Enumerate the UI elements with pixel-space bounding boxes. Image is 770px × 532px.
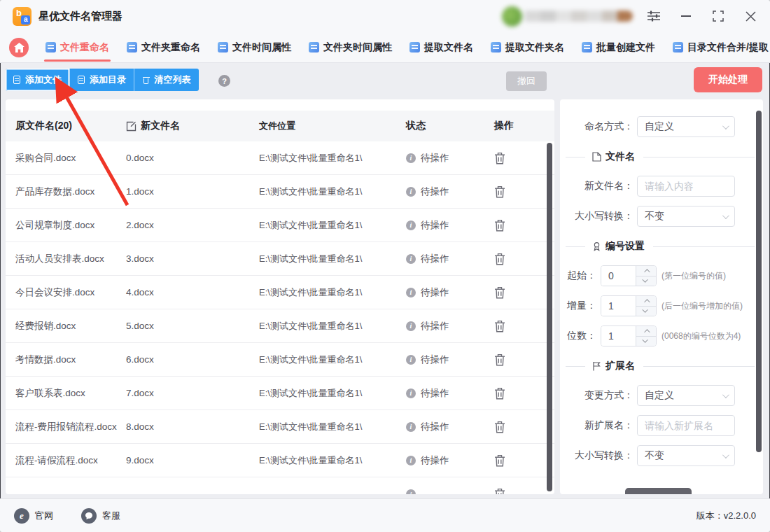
original-filename: 客户联系表.docx <box>6 387 126 400</box>
maximize-button[interactable] <box>711 9 725 23</box>
info-icon <box>406 456 416 465</box>
ext-case-select[interactable]: 不变 <box>637 445 735 466</box>
increment-spinner <box>601 295 657 316</box>
new-extension-input[interactable] <box>637 415 735 436</box>
tab-item[interactable]: 提取文件夹名 <box>491 41 564 54</box>
start-number-input[interactable] <box>601 266 636 286</box>
delete-row-button[interactable] <box>494 488 505 494</box>
tab-item[interactable]: 文件夹时间属性 <box>309 41 392 54</box>
tab-item[interactable]: 批量创建文件 <box>582 41 655 54</box>
tab-item[interactable]: 目录文件合并/提取 <box>673 41 769 54</box>
minimize-button[interactable] <box>679 9 693 23</box>
status-text: 待操作 <box>421 387 449 400</box>
header-new-name: 新文件名 <box>126 120 259 132</box>
spin-down-button[interactable] <box>636 336 656 346</box>
start-processing-button[interactable]: 开始处理 <box>694 67 762 92</box>
help-button[interactable] <box>218 75 230 87</box>
support-link[interactable]: 客服 <box>81 508 120 524</box>
chevron-down-icon <box>722 451 729 458</box>
digits-label: 位数： <box>560 330 596 342</box>
status-text: 待操作 <box>421 152 449 164</box>
status-cell: 待操作 <box>406 152 487 164</box>
file-location: E:\测试文件\批量重命名1\ <box>259 320 406 332</box>
delete-row-button[interactable] <box>494 387 505 400</box>
table-row: 公司规章制度.docx 2.docx E:\测试文件\批量重命名1\ 待操作 <box>6 209 554 242</box>
tab-icon <box>218 42 228 52</box>
tab-icon <box>582 42 592 52</box>
add-file-button[interactable]: 添加文件 <box>6 69 70 91</box>
delete-row-button[interactable] <box>494 421 505 433</box>
trash-icon <box>494 219 505 232</box>
tab-label: 文件时间属性 <box>232 41 291 54</box>
table-row: 采购合同.docx 0.docx E:\测试文件\批量重命名1\ 待操作 <box>6 141 554 175</box>
chevron-down-icon <box>722 391 729 398</box>
footer-bar: 官网 客服 版本：v2.2.0.0 <box>0 498 770 532</box>
tab-label: 提取文件名 <box>424 41 473 54</box>
app-logo-icon <box>13 7 31 26</box>
settings-sliders-icon[interactable] <box>647 9 661 23</box>
delete-row-button[interactable] <box>494 186 505 198</box>
trash-icon <box>494 152 505 164</box>
increment-input[interactable] <box>601 296 636 316</box>
delete-row-button[interactable] <box>494 286 505 299</box>
table-row: 流程-费用报销流程.docx 8.docx E:\测试文件\批量重命名1\ 待操… <box>6 410 554 444</box>
increment-hint: (后一位编号增加的值) <box>662 300 743 312</box>
extension-section-header: 扩展名 <box>560 360 763 372</box>
trash-icon <box>494 421 505 433</box>
status-cell: 待操作 <box>406 354 487 366</box>
trash-icon <box>494 320 505 332</box>
close-button[interactable] <box>743 9 757 23</box>
trash-icon <box>494 387 505 400</box>
spin-up-button[interactable] <box>636 296 656 306</box>
naming-mode-select[interactable]: 自定义 <box>637 116 735 137</box>
delete-row-button[interactable] <box>494 454 505 467</box>
delete-row-button[interactable] <box>494 320 505 332</box>
spin-up-button[interactable] <box>636 326 656 336</box>
avatar <box>502 6 522 27</box>
info-icon <box>406 288 416 298</box>
tab-icon <box>491 42 501 52</box>
spin-down-button[interactable] <box>636 276 656 286</box>
spin-down-button[interactable] <box>636 306 656 316</box>
user-account[interactable] <box>502 6 633 27</box>
new-filename: 6.docx <box>126 354 259 365</box>
delete-row-button[interactable] <box>494 253 505 265</box>
tab-item[interactable]: 文件重命名 <box>46 41 109 54</box>
tab-label: 目录文件合并/提取 <box>687 41 769 54</box>
sidebar-scrollbar[interactable] <box>756 111 762 452</box>
info-icon <box>406 153 416 163</box>
ext-mode-select[interactable]: 自定义 <box>637 385 735 406</box>
case-convert-select[interactable]: 不变 <box>637 206 735 227</box>
delete-row-button[interactable] <box>494 152 505 164</box>
delete-row-button[interactable] <box>494 354 505 366</box>
new-filename: 0.docx <box>126 153 259 163</box>
spin-up-button[interactable] <box>636 266 656 276</box>
table-scrollbar[interactable] <box>547 143 552 491</box>
website-link[interactable]: 官网 <box>14 508 53 524</box>
numbering-section-title: 编号设置 <box>606 240 645 253</box>
header-actions: 操作 <box>487 120 554 132</box>
trash-icon <box>494 454 505 467</box>
file-location: E:\测试文件\批量重命名1\ <box>259 387 406 400</box>
add-directory-button[interactable]: 添加目录 <box>70 69 134 91</box>
undo-button[interactable]: 撤回 <box>506 71 547 91</box>
new-filename-input[interactable] <box>637 176 735 197</box>
filename-section-header: 文件名 <box>560 150 763 163</box>
digits-input[interactable] <box>601 326 636 346</box>
delete-row-button[interactable] <box>494 219 505 232</box>
new-filename: 8.docx <box>126 421 259 432</box>
status-cell: 待操作 <box>406 219 487 232</box>
status-cell: 待操作 <box>406 186 487 198</box>
status-text: 待操作 <box>421 219 449 232</box>
tab-item[interactable]: 提取文件名 <box>410 41 473 54</box>
info-icon <box>406 187 416 197</box>
app-window: 星优文件名管理器 <box>0 0 770 532</box>
status-text: 待操作 <box>421 253 449 265</box>
file-location: E:\测试文件\批量重命名1\ <box>259 354 406 366</box>
tab-item[interactable]: 文件时间属性 <box>218 41 291 54</box>
file-icon <box>13 76 20 84</box>
home-button[interactable] <box>9 38 29 57</box>
tab-item[interactable]: 文件夹重命名 <box>127 41 200 54</box>
clear-list-button[interactable]: 清空列表 <box>134 69 199 91</box>
table-row: 产品库存数据.docx 1.docx E:\测试文件\批量重命名1\ 待操作 <box>6 175 554 209</box>
